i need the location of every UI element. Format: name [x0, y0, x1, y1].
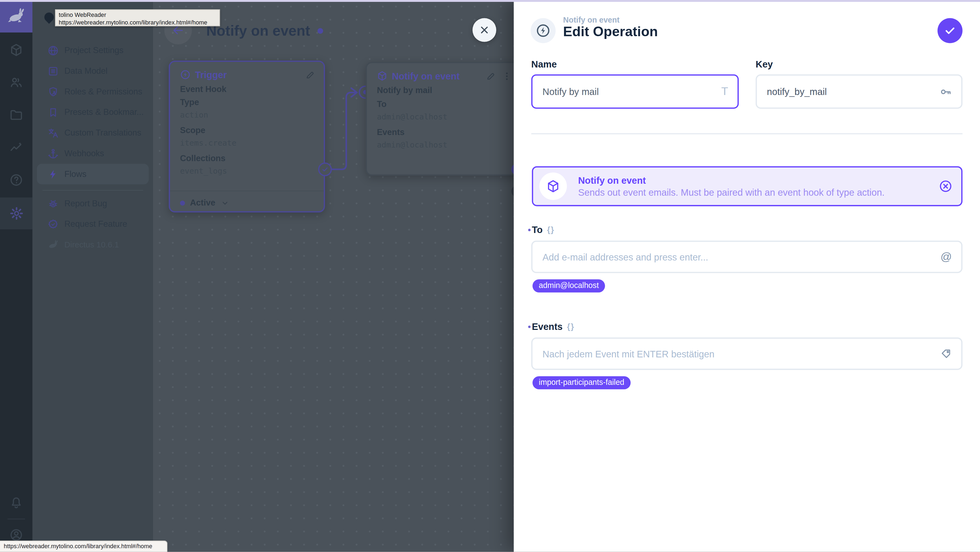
account-icon[interactable]	[9, 528, 23, 542]
globe-icon	[48, 45, 59, 56]
flow-status-toggle[interactable]: Active	[180, 198, 229, 207]
operation-node-title: Notify on event	[392, 70, 460, 81]
page-title: Notify on event	[206, 22, 310, 40]
bug-icon	[48, 198, 59, 209]
panel-divider	[170, 191, 324, 191]
edit-operation-icon[interactable]	[486, 71, 496, 81]
anchor-icon	[48, 148, 59, 159]
operation-node-panel[interactable]: Notify on event Notify by mail To admin@…	[366, 62, 522, 175]
sidebar-item-webhooks[interactable]: Webhooks	[32, 143, 153, 164]
at-sign-icon: @	[940, 250, 952, 264]
tooltip-url: https://webreader.mytolino.com/library/i…	[59, 19, 216, 25]
sidebar-item-label: Webhooks	[64, 149, 104, 158]
bookmark-icon	[48, 107, 59, 118]
email-chip[interactable]: admin@localhost	[533, 279, 605, 292]
rabbit-icon	[7, 7, 25, 25]
sidebar-item-label: Request Feature	[64, 220, 127, 229]
to-input-wrap: @	[531, 240, 963, 273]
file-library-module-icon[interactable]	[9, 108, 23, 122]
sidebar-item-label: Custom Translations	[64, 128, 141, 137]
to-input[interactable]	[533, 251, 940, 262]
notice-close-icon[interactable]	[939, 180, 953, 193]
notice-title: Notify on event	[578, 175, 939, 186]
window-top-edge	[0, 0, 980, 2]
operation-menu-icon[interactable]	[502, 71, 512, 81]
name-input[interactable]	[533, 86, 721, 97]
insights-module-icon[interactable]	[9, 141, 23, 154]
field-value: admin@localhost	[377, 140, 447, 149]
package-icon	[546, 180, 560, 193]
sidebar-item-custom-translations[interactable]: Custom Translations	[32, 122, 153, 143]
sidebar-item-label: Roles & Permissions	[64, 87, 142, 96]
field-label: To	[377, 99, 387, 108]
sidebar-item-report-bug[interactable]: Report Bug	[32, 193, 153, 214]
sidebar-item-data-model[interactable]: Data Model	[32, 61, 153, 81]
active-status-label: Active	[190, 198, 215, 207]
package-icon	[377, 70, 387, 81]
pencil-icon	[486, 71, 496, 81]
sidebar-item-request-feature[interactable]: Request Feature	[32, 214, 153, 234]
drawer-divider	[531, 133, 963, 134]
trigger-panel-header: Trigger	[180, 69, 227, 80]
raw-value-toggle-icon[interactable]: {}	[567, 322, 575, 331]
field-label: Events	[377, 127, 404, 137]
events-input-wrap	[531, 337, 963, 370]
app-window: Project Settings Data Model Roles & Perm…	[0, 0, 980, 552]
raw-value-toggle-icon[interactable]: {}	[547, 225, 555, 234]
gear-icon	[9, 206, 24, 221]
badge-check-icon	[48, 218, 59, 229]
tag-icon	[940, 348, 952, 360]
check-icon	[944, 24, 956, 37]
notifications-icon[interactable]	[9, 496, 23, 510]
field-value: items.create	[180, 138, 236, 147]
title-format-icon: T	[721, 85, 728, 98]
content-module-icon[interactable]	[9, 43, 23, 57]
sidebar-item-project-settings[interactable]: Project Settings	[32, 40, 153, 61]
directus-logo[interactable]	[0, 0, 32, 32]
browser-tooltip: tolino WebReader https://webreader.mytol…	[55, 9, 220, 26]
settings-module[interactable]	[0, 197, 32, 229]
version-label-row: Directus 10.6.1	[32, 234, 153, 255]
tooltip-title: tolino WebReader	[59, 11, 216, 18]
trigger-resolve-anchor[interactable]	[318, 162, 332, 177]
required-dot	[528, 326, 531, 328]
help-module-icon[interactable]	[9, 173, 23, 187]
field-value: admin@localhost	[377, 112, 447, 121]
sidebar-item-label: Data Model	[64, 66, 108, 75]
event-chip[interactable]: import-participants-failed	[533, 376, 630, 389]
settings-nav-sidebar: Project Settings Data Model Roles & Perm…	[32, 0, 153, 552]
user-directory-module-icon[interactable]	[9, 76, 23, 89]
browser-status-bar: https://webreader.mytolino.com/library/i…	[0, 541, 167, 552]
drawer-header-icon-button[interactable]	[531, 18, 555, 43]
trigger-type-label: Event Hook	[180, 84, 226, 94]
sidebar-item-label: Flows	[64, 169, 86, 178]
pencil-icon	[305, 70, 315, 80]
operation-name: Notify by mail	[377, 86, 432, 95]
notice-texts: Notify on event Sends out event emails. …	[578, 175, 939, 197]
to-field-label: To {}	[532, 224, 555, 235]
shield-person-icon	[48, 86, 59, 97]
active-status-dot	[180, 200, 185, 205]
breadcrumb: Notify on event	[563, 16, 620, 24]
name-input-wrap: T	[531, 74, 739, 108]
events-field-label: Events {}	[532, 321, 575, 332]
sidebar-item-flows[interactable]: Flows	[37, 164, 149, 185]
version-label: Directus 10.6.1	[64, 240, 119, 249]
save-button[interactable]	[937, 18, 963, 43]
events-input[interactable]	[533, 348, 940, 359]
translate-icon	[48, 127, 59, 138]
key-input[interactable]	[757, 86, 939, 97]
name-field-label: Name	[531, 59, 557, 69]
drawer-title: Edit Operation	[563, 24, 658, 40]
field-label: Type	[180, 97, 199, 107]
trigger-panel-title: Trigger	[195, 69, 227, 80]
edit-trigger-icon[interactable]	[305, 70, 315, 80]
sidebar-item-roles-permissions[interactable]: Roles & Permissions	[32, 81, 153, 102]
check-icon	[321, 165, 329, 173]
sidebar-item-presets-bookmarks[interactable]: Presets & Bookmar...	[32, 102, 153, 122]
notice-description: Sends out event emails. Must be paired w…	[578, 187, 939, 197]
drawer-close-button[interactable]	[473, 18, 496, 42]
key-input-wrap	[756, 74, 963, 108]
trigger-panel[interactable]: Trigger Event Hook Type action Scope ite…	[169, 61, 325, 213]
module-bar-divider	[8, 519, 25, 519]
